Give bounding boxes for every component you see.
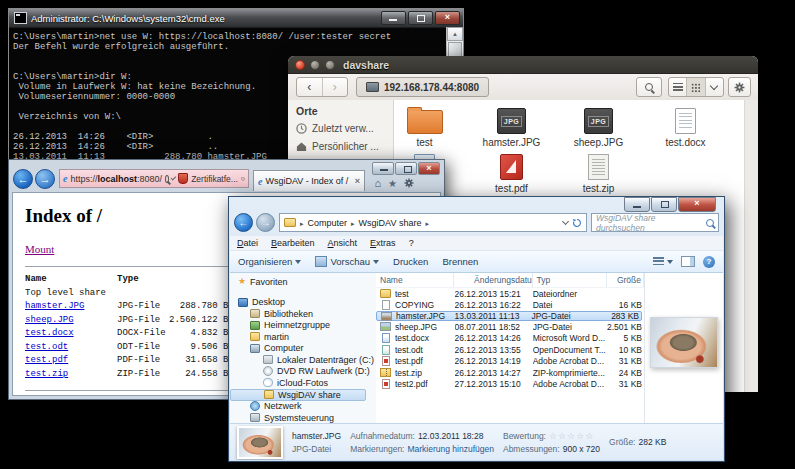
maximize-icon[interactable] — [325, 60, 335, 70]
address-bar[interactable]: Computer WsgiDAV share — [279, 213, 587, 232]
word-file-icon — [382, 333, 390, 343]
file-row-copying[interactable]: COPYING 26.12.2013 16:22 Datei 16 KB — [376, 300, 644, 312]
mount-link[interactable]: Mount — [25, 243, 54, 255]
print-button[interactable]: Drucken — [393, 256, 428, 267]
help-icon[interactable] — [703, 256, 715, 268]
column-header-size[interactable]: Größe — [607, 273, 644, 287]
certificate-error-label[interactable]: Zertifikatfe... — [191, 174, 238, 184]
menu-ansicht[interactable]: Ansicht — [328, 238, 358, 248]
sidebar-item-dvd-laufwerk[interactable]: DVD RW Laufwerk (D:) — [230, 366, 376, 378]
file-item-test[interactable]: test — [394, 102, 468, 148]
browser-tab[interactable]: e WsgiDAV - Index of / — [253, 170, 365, 191]
minimize-icon[interactable] — [310, 60, 320, 70]
refresh-icon[interactable] — [241, 174, 245, 184]
burn-button[interactable]: Brennen — [442, 256, 478, 267]
file-row-test[interactable]: test 26.12.2013 15:21 Dateiordner — [376, 288, 644, 300]
davshare-titlebar[interactable]: davshare — [288, 56, 758, 74]
sidebar-item-martin[interactable]: martin — [230, 331, 376, 343]
file-link[interactable]: test.odt — [25, 342, 68, 352]
refresh-icon[interactable] — [572, 218, 582, 228]
menu-extras[interactable]: Extras — [370, 238, 396, 248]
grid-view-button[interactable] — [686, 78, 705, 96]
close-button[interactable]: × — [435, 11, 460, 25]
sidebar-item-lokaler-datentraeger[interactable]: Lokaler Datenträger (C:) — [230, 354, 376, 366]
file-link[interactable]: test.docx — [25, 328, 74, 338]
back-button[interactable] — [297, 78, 323, 96]
close-button[interactable]: × — [678, 197, 716, 212]
file-row-zip[interactable]: test.zip 26.12.2013 14:27 ZIP-komprimier… — [376, 367, 644, 379]
sidebar-item-heimnetzgruppe[interactable]: Heimnetzgruppe — [230, 320, 376, 332]
forward-button[interactable] — [256, 213, 275, 232]
list-view-button[interactable] — [669, 78, 686, 96]
search-icon[interactable] — [165, 175, 169, 183]
address-bar[interactable]: e https://localhost:8080/ Zertifikatfe..… — [59, 169, 249, 188]
favorites-star-icon[interactable] — [388, 177, 397, 189]
menu-bearbeiten[interactable]: Bearbeiten — [271, 238, 315, 248]
file-item-docx[interactable]: test.docx — [642, 102, 729, 148]
preview-pane-icon[interactable] — [681, 256, 695, 267]
location-button[interactable]: 192.168.178.44:8080 — [356, 77, 489, 97]
gear-icon[interactable] — [404, 178, 414, 188]
minimize-button[interactable] — [624, 197, 650, 212]
chevron-down-icon[interactable] — [562, 218, 569, 225]
hamster-photo-preview[interactable] — [650, 317, 718, 368]
maximize-button[interactable] — [408, 11, 433, 25]
file-link[interactable]: test.pdf — [25, 355, 68, 365]
sidebar-item-computer[interactable]: Computer — [230, 343, 376, 355]
add-tag-link[interactable]: Markierung hinzufügen — [407, 444, 493, 454]
sidebar-item-home[interactable]: Persönlicher ... — [296, 141, 393, 152]
sidebar-item-bibliotheken[interactable]: Bibliotheken — [230, 308, 376, 320]
file-row-pdf2[interactable]: test2.pdf 27.12.2013 15:10 Adobe Acrobat… — [376, 379, 644, 391]
minimize-button[interactable] — [381, 11, 406, 25]
organize-button[interactable]: Organisieren — [238, 256, 301, 267]
column-header-type[interactable]: Typ — [533, 273, 607, 287]
close-icon[interactable] — [295, 60, 305, 70]
sidebar-item-desktop[interactable]: Desktop — [230, 297, 376, 309]
chevron-down-icon[interactable] — [171, 175, 176, 180]
change-view-button[interactable] — [653, 257, 673, 266]
file-link[interactable]: sheep.JPG — [25, 315, 74, 325]
maximize-button[interactable] — [395, 162, 417, 175]
forward-button[interactable] — [35, 169, 55, 189]
search-input[interactable]: WsgiDAV share durchsuchen — [591, 213, 719, 232]
menu-help[interactable]: ? — [409, 238, 414, 248]
sidebar-item-wsgidav-share[interactable]: WsgiDAV share — [230, 389, 366, 401]
back-button[interactable] — [13, 169, 33, 189]
file-link[interactable]: test.zip — [25, 369, 68, 379]
tab-close-icon[interactable] — [355, 176, 360, 186]
sidebar-item-recent[interactable]: Zuletzt verw... — [296, 123, 393, 134]
rating-stars[interactable]: ☆☆☆☆☆ — [549, 431, 594, 441]
sidebar-item-favoriten[interactable]: Favoriten — [230, 276, 376, 288]
breadcrumb-computer[interactable]: Computer — [298, 218, 347, 228]
home-icon[interactable] — [374, 177, 381, 189]
cmd-titlebar[interactable]: Administrator: C:\Windows\system32\cmd.e… — [9, 9, 463, 28]
file-row-odt[interactable]: test.odt 26.12.2013 13:55 OpenDocument T… — [376, 344, 644, 356]
preview-button[interactable]: Vorschau — [315, 256, 379, 267]
column-header-name[interactable]: Name — [376, 273, 454, 287]
file-item-pdf[interactable]: test.pdf — [468, 148, 555, 194]
sidebar-item-icloud-fotos[interactable]: iCloud-Fotos — [230, 377, 376, 389]
maximize-button[interactable] — [651, 197, 677, 212]
file-item-hamster[interactable]: JPG hamster.JPG — [468, 102, 555, 148]
column-header-date[interactable]: Änderungsdatum — [454, 273, 533, 287]
breadcrumb-wsgidav-share[interactable]: WsgiDAV share — [349, 218, 421, 228]
search-button[interactable] — [636, 77, 662, 97]
breadcrumb-chevron-icon[interactable] — [423, 218, 429, 228]
file-row-hamster-selected[interactable]: hamster.JPG 13.03.2011 11:13 JPG-Datei 2… — [376, 311, 642, 321]
minimize-button[interactable] — [372, 162, 394, 175]
file-item-zip[interactable]: test.zip — [555, 148, 642, 194]
file-link[interactable]: hamster.JPG — [25, 301, 84, 311]
sidebar-item-netzwerk[interactable]: Netzwerk — [230, 401, 376, 413]
file-item-sheep[interactable]: JPG sheep.JPG — [555, 102, 642, 148]
scroll-up-icon[interactable]: ▲ — [447, 27, 463, 41]
menu-datei[interactable]: Datei — [237, 238, 258, 248]
file-row-docx[interactable]: test.docx 26.12.2013 14:26 Microsoft Wor… — [376, 333, 644, 345]
view-options-button[interactable] — [706, 78, 723, 96]
file-row-pdf[interactable]: test.pdf 26.12.2013 14:19 Adobe Acrobat … — [376, 356, 644, 368]
file-row-sheep[interactable]: sheep.JPG 08.07.2011 18:52 JPG-Datei 2.5… — [376, 321, 644, 333]
sidebar-item-systemsteuerung[interactable]: Systemsteuerung — [230, 412, 376, 423]
back-button[interactable] — [234, 213, 253, 232]
forward-button[interactable] — [323, 78, 348, 96]
close-button[interactable]: × — [418, 162, 440, 175]
settings-button[interactable] — [728, 77, 751, 97]
